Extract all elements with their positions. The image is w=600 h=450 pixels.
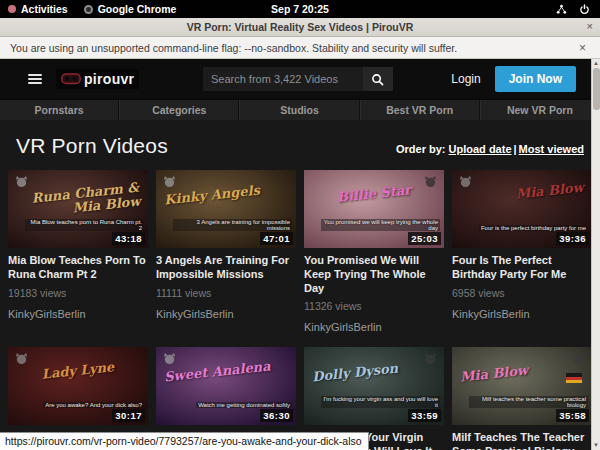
site-logo-text: pirouvr — [84, 71, 134, 87]
video-title[interactable]: 3 Angels Are Training For Impossible Mis… — [156, 254, 296, 282]
video-views: 11111 views — [156, 287, 296, 299]
studio-cat-logo-icon — [458, 174, 473, 192]
nav-item-new-vr-porn[interactable]: New VR Porn — [480, 100, 600, 120]
join-button[interactable]: Join Now — [495, 66, 576, 92]
thumbnail-caption: You promised we will keep trying the who… — [321, 219, 440, 231]
video-thumbnail[interactable]: Kinky Angels 3 Angels are training for i… — [156, 170, 296, 248]
network-icon[interactable] — [556, 4, 567, 15]
page-scrollbar[interactable]: ▲ ▼ — [591, 59, 600, 450]
site-logo[interactable]: pirouvr — [56, 69, 139, 89]
thumbnail-overlay-name: Dolly Dyson — [304, 357, 444, 385]
video-title[interactable]: Mia Blow Teaches Porn To Runa Charm Pt 2 — [8, 254, 148, 282]
scroll-up-icon[interactable]: ▲ — [593, 59, 599, 67]
video-thumbnail[interactable]: Billie Star You promised we will keep tr… — [304, 170, 444, 248]
duration-badge: 47:01 — [260, 232, 293, 245]
thumbnail-overlay-name: Kinky Angels — [156, 180, 296, 208]
order-by: Order by: Upload date|Most viewed — [396, 143, 584, 155]
warning-bar: You are using an unsupported command-lin… — [0, 37, 600, 59]
order-upload-date-link[interactable]: Upload date — [449, 143, 512, 155]
video-title[interactable]: You Promised We Will Keep Trying The Who… — [304, 254, 444, 295]
studio-cat-logo-icon — [14, 351, 29, 369]
video-card[interactable]: Kinky Angels 3 Angels are training for i… — [156, 170, 296, 333]
warning-close-icon[interactable]: × — [575, 41, 590, 55]
chrome-app-indicator[interactable]: Google Chrome — [84, 3, 177, 15]
login-link[interactable]: Login — [451, 72, 480, 86]
activities-label: Activities — [21, 3, 68, 15]
thumbnail-overlay-name: Sweet Analena — [156, 357, 296, 385]
activities-button[interactable]: Activities — [8, 3, 68, 15]
video-thumbnail[interactable]: Lady Lyne Are you awake? And your dick a… — [8, 347, 148, 425]
chrome-icon — [84, 5, 93, 14]
duration-badge: 39:36 — [556, 232, 589, 245]
thumbnail-overlay-name: Lady Lyne — [8, 357, 148, 385]
vr-goggles-icon — [61, 73, 81, 86]
warning-text: You are using an unsupported command-lin… — [10, 42, 575, 54]
video-thumbnail[interactable]: Dolly Dyson I'm fucking your virgin ass … — [304, 347, 444, 425]
status-url-tooltip: https://pirouvr.com/vr-porn-video/779325… — [0, 432, 369, 450]
thumbnail-caption: Watch me getting dominated softly — [196, 402, 292, 408]
duration-badge: 35:58 — [556, 409, 589, 422]
scrollbar-thumb[interactable] — [593, 68, 600, 110]
studio-link[interactable]: KinkyGirlsBerlin — [304, 321, 444, 333]
system-bar: Activities Google Chrome Sep 7 20:25 — [0, 0, 600, 18]
studio-link[interactable]: KinkyGirlsBerlin — [156, 308, 296, 320]
duration-badge: 30:17 — [112, 409, 145, 422]
window-titlebar[interactable]: VR Porn: Virtual Reality Sex Videos | Pi… — [0, 18, 600, 37]
screen: Activities Google Chrome Sep 7 20:25 VR … — [0, 0, 600, 450]
thumbnail-overlay-name: Mia Blow — [452, 180, 592, 208]
window-title: VR Porn: Virtual Reality Sex Videos | Pi… — [0, 21, 600, 33]
nav-item-studios[interactable]: Studios — [239, 100, 359, 120]
order-by-label: Order by: — [396, 143, 446, 155]
search-input[interactable] — [203, 67, 363, 91]
order-most-viewed-link[interactable]: Most viewed — [519, 143, 584, 155]
thumbnail-caption: Mia Blow teaches porn to Runa Charm pt. … — [25, 219, 144, 231]
duration-badge: 43:18 — [112, 232, 145, 245]
search-bar — [203, 67, 393, 91]
page-title: VR Porn Videos — [16, 134, 168, 158]
search-button[interactable] — [363, 67, 393, 91]
page-head: VR Porn Videos Order by: Upload date|Mos… — [0, 120, 600, 170]
german-flag-icon — [566, 373, 582, 383]
duration-badge: 33:59 — [408, 409, 441, 422]
power-icon[interactable] — [579, 4, 590, 15]
nav-item-best-vr-porn[interactable]: Best VR Porn — [360, 100, 480, 120]
thumbnail-caption: Four is the perfect birthday party for m… — [479, 225, 588, 231]
video-card[interactable]: Billie Star You promised we will keep tr… — [304, 170, 444, 333]
chrome-app-label: Google Chrome — [98, 3, 177, 15]
thumbnail-overlay-name: Billie Star — [304, 180, 444, 208]
activities-icon — [8, 5, 16, 13]
studio-cat-logo-icon — [162, 351, 177, 369]
search-icon — [371, 73, 384, 86]
video-grid: Runa Charm & Mia Blow Mia Blow teaches p… — [0, 170, 600, 450]
site-header: pirouvr Login Join Now — [0, 59, 600, 99]
video-views: 6958 views — [452, 287, 592, 299]
nav-item-pornstars[interactable]: Pornstars — [0, 100, 119, 120]
studio-cat-logo-icon — [162, 174, 177, 192]
studio-cat-logo-icon — [14, 174, 29, 192]
webpage: pirouvr Login Join Now Pornstars Categor… — [0, 59, 600, 450]
video-thumbnail[interactable]: Mia Blow Four is the perfect birthday pa… — [452, 170, 592, 248]
scroll-down-icon[interactable]: ▼ — [593, 441, 599, 449]
video-title[interactable]: Four Is The Perfect Birthday Party For M… — [452, 254, 592, 282]
thumbnail-caption: I'm fucking your virgin ass and you will… — [321, 396, 440, 408]
video-title[interactable]: Milf Teaches The Teacher Some Practical … — [452, 431, 592, 450]
window-close-icon[interactable]: × — [587, 20, 593, 32]
video-views: 19183 views — [8, 287, 148, 299]
studio-link[interactable]: KinkyGirlsBerlin — [8, 308, 148, 320]
video-card[interactable]: Mia Blow Milf teaches the teacher some p… — [452, 347, 592, 450]
video-thumbnail[interactable]: Mia Blow Milf teaches the teacher some p… — [452, 347, 592, 425]
video-views: 11326 views — [304, 300, 444, 312]
duration-badge: 36:30 — [260, 409, 293, 422]
thumbnail-caption: Are you awake? And your dick also? — [43, 402, 144, 408]
video-card[interactable]: Runa Charm & Mia Blow Mia Blow teaches p… — [8, 170, 148, 333]
main-nav: Pornstars Categories Studios Best VR Por… — [0, 99, 600, 120]
thumbnail-caption: Milf teaches the teacher some practical … — [469, 396, 588, 408]
thumbnail-overlay-name: Runa Charm & Mia Blow — [8, 180, 148, 222]
video-card[interactable]: Mia Blow Four is the perfect birthday pa… — [452, 170, 592, 333]
studio-link[interactable]: KinkyGirlsBerlin — [452, 308, 592, 320]
nav-item-categories[interactable]: Categories — [119, 100, 239, 120]
video-thumbnail[interactable]: Runa Charm & Mia Blow Mia Blow teaches p… — [8, 170, 148, 248]
menu-hamburger-icon[interactable] — [28, 74, 42, 84]
video-thumbnail[interactable]: Sweet Analena Watch me getting dominated… — [156, 347, 296, 425]
duration-badge: 25:03 — [408, 232, 441, 245]
